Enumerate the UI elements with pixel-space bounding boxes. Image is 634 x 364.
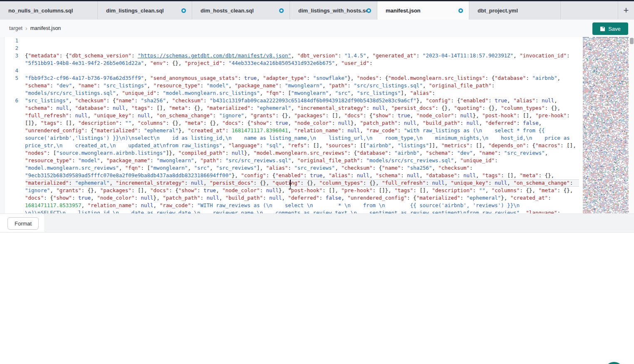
unsaved-changes-icon[interactable] bbox=[367, 8, 371, 13]
line-number: 4 bbox=[4, 67, 25, 74]
tab-dim_listings_clean.sql[interactable]: dim_listings_clean.sql bbox=[98, 1, 192, 20]
breadcrumb-bar: target › manifest.json Save bbox=[0, 20, 634, 37]
unsaved-changes-icon[interactable] bbox=[458, 8, 463, 13]
code-text: "fbb9f3c2-cf96-4a17-b736-976a62d35ff9", … bbox=[25, 74, 578, 97]
tab-bar: no_nulls_in_columns.sqldim_listings_clea… bbox=[0, 1, 634, 20]
breadcrumb-file: manifest.json bbox=[30, 25, 61, 31]
code-line-5[interactable]: 5"fbb9f3c2-cf96-4a17-b736-976a62d35ff9",… bbox=[4, 74, 582, 97]
bottom-empty-pane bbox=[0, 233, 634, 364]
code-text: "src_listings", "checksum": {"name": "sh… bbox=[25, 97, 578, 213]
tab-dim_hosts_clean.sql[interactable]: dim_hosts_clean.sql bbox=[192, 1, 290, 20]
code-editor[interactable]: 123{"metadata": {"dbt_schema_version": "… bbox=[0, 37, 634, 213]
format-button[interactable]: Format bbox=[7, 217, 39, 230]
line-number: 3 bbox=[4, 52, 25, 67]
unsaved-changes-icon[interactable] bbox=[181, 8, 186, 13]
save-button[interactable]: Save bbox=[592, 22, 628, 35]
ibeam-cursor-icon bbox=[288, 183, 292, 190]
plus-icon: + bbox=[624, 5, 629, 16]
code-line-1[interactable]: 1 bbox=[4, 37, 582, 45]
tab-no_nulls_in_columns.sql[interactable]: no_nulls_in_columns.sql bbox=[0, 1, 98, 20]
editor-scrollbar[interactable] bbox=[629, 37, 634, 213]
breadcrumb-folder: target bbox=[9, 25, 22, 31]
code-text bbox=[25, 67, 578, 74]
line-number: 2 bbox=[4, 45, 25, 52]
floppy-disk-icon bbox=[600, 26, 605, 32]
new-tab-button[interactable]: + bbox=[618, 1, 634, 20]
ide-window: no_nulls_in_columns.sqldim_listings_clea… bbox=[0, 0, 634, 364]
tab-label: dim_listings_clean.sql bbox=[106, 7, 164, 14]
tab-manifest.json[interactable]: manifest.json bbox=[377, 1, 469, 20]
line-number: 1 bbox=[4, 37, 25, 45]
minimap[interactable] bbox=[582, 37, 629, 213]
unsaved-changes-icon[interactable] bbox=[279, 8, 284, 13]
line-number: 5 bbox=[4, 74, 25, 97]
tab-label: no_nulls_in_columns.sql bbox=[8, 7, 73, 14]
line-number: 6 bbox=[4, 97, 25, 213]
code-line-2[interactable]: 2 bbox=[4, 45, 582, 52]
tab-label: dim_hosts_clean.sql bbox=[201, 7, 254, 14]
tab-label: dbt_project.yml bbox=[478, 7, 518, 14]
format-bar: Format bbox=[0, 213, 634, 233]
tab-dbt_project.yml[interactable]: dbt_project.yml bbox=[469, 1, 561, 20]
code-line-4[interactable]: 4 bbox=[4, 67, 582, 74]
code-text: {"metadata": {"dbt_schema_version": "htt… bbox=[25, 52, 578, 67]
code-line-6[interactable]: 6"src_listings", "checksum": {"name": "s… bbox=[4, 97, 582, 213]
code-text bbox=[25, 45, 578, 52]
tab-label: manifest.json bbox=[386, 7, 421, 14]
tab-bar-filler bbox=[561, 1, 618, 20]
scrollbar-thumb[interactable] bbox=[630, 38, 634, 44]
chevron-right-icon: › bbox=[25, 25, 27, 32]
tab-label: dim_listings_with_hosts.sql bbox=[298, 7, 367, 14]
editor-lines: 123{"metadata": {"dbt_schema_version": "… bbox=[4, 37, 582, 213]
code-text bbox=[25, 37, 578, 45]
save-button-label: Save bbox=[608, 26, 621, 32]
tab-dim_listings_with_hosts.sql[interactable]: dim_listings_with_hosts.sql bbox=[290, 1, 377, 20]
code-line-3[interactable]: 3{"metadata": {"dbt_schema_version": "ht… bbox=[4, 52, 582, 67]
